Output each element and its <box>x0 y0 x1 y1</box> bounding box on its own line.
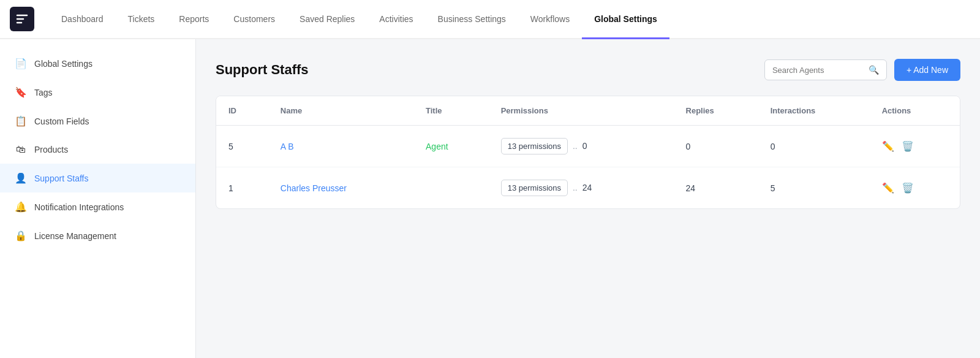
search-box[interactable]: 🔍 <box>764 59 887 80</box>
cell-interactions: 5 <box>758 167 870 209</box>
cell-id: 1 <box>216 167 268 209</box>
search-icon: 🔍 <box>869 65 879 75</box>
delete-icon[interactable]: 🗑️ <box>902 140 914 152</box>
agent-name-link[interactable]: A B <box>281 142 294 151</box>
cell-id: 5 <box>216 126 268 167</box>
cell-permissions: 13 permissions .. 24 <box>489 167 674 209</box>
document-icon: 📄 <box>15 58 27 69</box>
nav-reports[interactable]: Reports <box>167 0 221 39</box>
cell-actions: ✏️ 🗑️ <box>870 126 960 167</box>
main-header: Support Staffs 🔍 + Add New <box>216 59 960 81</box>
nav-global-settings[interactable]: Global Settings <box>582 0 669 39</box>
staffs-table-container: ID Name Title Permissions Replies Intera… <box>216 96 960 209</box>
cell-name: A B <box>268 126 413 167</box>
sidebar-item-support-staffs[interactable]: 👤 Support Staffs <box>0 164 195 192</box>
sidebar-item-global-settings[interactable]: 📄 Global Settings <box>0 49 195 78</box>
main-content: Support Staffs 🔍 + Add New ID Name Title… <box>196 39 980 358</box>
nav-business-settings[interactable]: Business Settings <box>426 0 518 39</box>
sidebar-item-notification-integrations[interactable]: 🔔 Notification Integrations <box>0 192 195 221</box>
sidebar-label-global-settings: Global Settings <box>34 59 92 69</box>
sidebar-label-products: Products <box>34 145 68 154</box>
nav-activities[interactable]: Activities <box>367 0 425 39</box>
dots-separator: .. <box>573 141 578 151</box>
sidebar: 📄 Global Settings 🔖 Tags 📋 Custom Fields… <box>0 39 196 358</box>
cell-interactions: 0 <box>758 126 870 167</box>
dots-separator: .. <box>573 183 578 192</box>
sidebar-item-custom-fields[interactable]: 📋 Custom Fields <box>0 107 195 135</box>
sidebar-label-custom-fields: Custom Fields <box>34 116 89 126</box>
action-icons: ✏️ 🗑️ <box>882 140 948 152</box>
replies-count: 24 <box>582 183 592 192</box>
nav-tickets[interactable]: Tickets <box>116 0 167 39</box>
sidebar-label-tags: Tags <box>34 88 53 97</box>
sidebar-item-license-management[interactable]: 🔒 License Management <box>0 221 195 250</box>
edit-icon[interactable]: ✏️ <box>882 182 894 194</box>
delete-icon[interactable]: 🗑️ <box>902 182 914 194</box>
app-logo[interactable] <box>10 7 34 31</box>
header-actions: 🔍 + Add New <box>764 59 960 81</box>
search-input[interactable] <box>772 66 864 75</box>
replies-count: 0 <box>582 141 587 151</box>
permissions-badge: 13 permissions <box>501 138 568 154</box>
nav-customers[interactable]: Customers <box>221 0 287 39</box>
col-interactions: Interactions <box>758 96 870 126</box>
agent-title: Agent <box>426 142 448 151</box>
sidebar-label-notification-integrations: Notification Integrations <box>34 202 124 212</box>
col-id: ID <box>216 96 268 126</box>
sidebar-item-products[interactable]: 🛍 Products <box>0 135 195 164</box>
col-name: Name <box>268 96 413 126</box>
staffs-table: ID Name Title Permissions Replies Intera… <box>216 96 960 208</box>
page-layout: 📄 Global Settings 🔖 Tags 📋 Custom Fields… <box>0 39 980 358</box>
nav-links: Dashboard Tickets Reports Customers Save… <box>49 0 970 39</box>
nav-saved-replies[interactable]: Saved Replies <box>287 0 367 39</box>
col-title: Title <box>413 96 489 126</box>
bell-icon: 🔔 <box>15 201 27 213</box>
permissions-badge: 13 permissions <box>501 180 568 196</box>
col-replies: Replies <box>674 96 758 126</box>
tag-icon: 🔖 <box>15 86 27 98</box>
cell-permissions: 13 permissions .. 0 <box>489 126 674 167</box>
col-permissions: Permissions <box>489 96 674 126</box>
user-icon: 👤 <box>15 172 27 184</box>
table-body: 5 A B Agent 13 permissions .. 0 0 <box>216 126 960 209</box>
lock-icon: 🔒 <box>15 230 27 242</box>
cell-title <box>413 167 489 209</box>
cell-replies: 0 <box>674 126 758 167</box>
edit-icon[interactable]: ✏️ <box>882 140 894 152</box>
cell-name: Charles Preusser <box>268 167 413 209</box>
products-icon: 🛍 <box>15 144 27 155</box>
top-navigation: Dashboard Tickets Reports Customers Save… <box>0 0 980 39</box>
sidebar-label-support-staffs: Support Staffs <box>34 173 88 183</box>
add-new-button[interactable]: + Add New <box>894 59 960 81</box>
nav-workflows[interactable]: Workflows <box>518 0 582 39</box>
page-title: Support Staffs <box>216 62 309 78</box>
table-row: 5 A B Agent 13 permissions .. 0 0 <box>216 126 960 167</box>
cell-replies: 24 <box>674 167 758 209</box>
nav-dashboard[interactable]: Dashboard <box>49 0 116 39</box>
table-header: ID Name Title Permissions Replies Intera… <box>216 96 960 126</box>
action-icons: ✏️ 🗑️ <box>882 182 948 194</box>
agent-name-link[interactable]: Charles Preusser <box>281 183 347 193</box>
col-actions: Actions <box>870 96 960 126</box>
sidebar-item-tags[interactable]: 🔖 Tags <box>0 78 195 107</box>
fields-icon: 📋 <box>15 115 27 127</box>
sidebar-label-license-management: License Management <box>34 231 116 241</box>
cell-actions: ✏️ 🗑️ <box>870 167 960 209</box>
table-row: 1 Charles Preusser 13 permissions .. 24 <box>216 167 960 209</box>
cell-title: Agent <box>413 126 489 167</box>
